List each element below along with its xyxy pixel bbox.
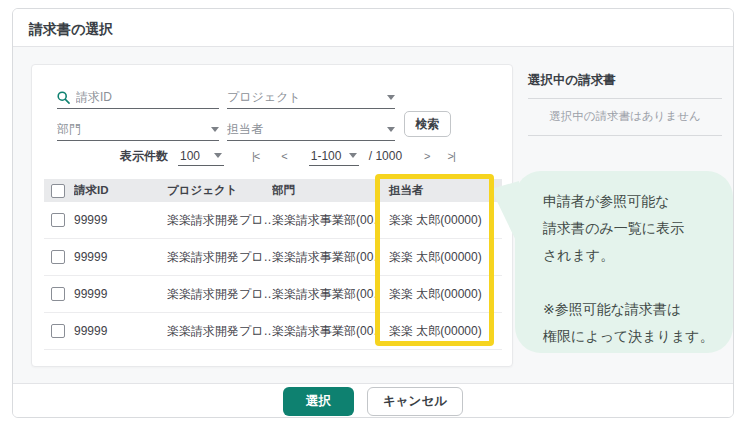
search-button[interactable]: 検索 — [404, 111, 451, 137]
selected-invoices-empty-message: 選択中の請求書はありません — [528, 99, 722, 135]
table-row[interactable]: 99999 楽楽請求開発プロ… 楽楽請求事業部(00… 楽楽 太郎(00000) — [44, 239, 502, 276]
cell-department: 楽楽請求事業部(00… — [272, 323, 377, 340]
cancel-button[interactable]: キャンセル — [367, 387, 463, 416]
cell-invoice-id: 99999 — [74, 250, 167, 264]
project-placeholder: プロジェクト — [227, 89, 387, 106]
person-placeholder: 担当者 — [227, 121, 387, 138]
cell-person: 楽楽 太郎(00000) — [377, 249, 502, 266]
divider — [528, 135, 722, 136]
table-row[interactable]: 99999 楽楽請求開発プロ… 楽楽請求事業部(00… 楽楽 太郎(00000) — [44, 202, 502, 239]
cell-project: 楽楽請求開発プロ… — [167, 286, 272, 303]
chevron-down-icon — [387, 127, 395, 132]
invoice-id-placeholder: 請求ID — [76, 89, 219, 106]
page-size-label: 表示件数 — [120, 148, 168, 165]
column-header-project: プロジェクト — [167, 183, 272, 198]
cell-invoice-id: 99999 — [74, 213, 167, 227]
table-row[interactable]: 99999 楽楽請求開発プロ… 楽楽請求事業部(00… 楽楽 太郎(00000) — [44, 276, 502, 313]
column-header-invoice-id: 請求ID — [74, 183, 167, 198]
chevron-down-icon — [349, 153, 357, 158]
cell-project: 楽楽請求開発プロ… — [167, 212, 272, 229]
chevron-down-icon — [387, 95, 395, 100]
last-page-button[interactable]: >| — [448, 150, 455, 162]
department-placeholder: 部門 — [57, 121, 211, 138]
column-header-person: 担当者 — [377, 183, 502, 198]
next-page-button[interactable]: > — [424, 150, 429, 162]
page-title: 請求書の選択 — [29, 21, 113, 37]
dialog-footer: 選択 キャンセル — [13, 383, 733, 418]
invoice-table: 請求ID プロジェクト 部門 担当者 99999 楽楽請求開発プロ… 楽楽請求事… — [44, 179, 502, 350]
search-icon — [57, 91, 70, 104]
cell-department: 楽楽請求事業部(00… — [272, 286, 377, 303]
callout-bubble: 申請者が参照可能な 請求書のみ一覧に表示 されます。 ※参照可能な請求書は 権限… — [515, 171, 733, 353]
total-count-label: / 1000 — [369, 149, 402, 163]
invoice-select-dialog: 請求書の選択 請求ID プロジェクト 部門 担当者 — [12, 8, 734, 418]
person-select[interactable]: 担当者 — [227, 118, 395, 141]
row-checkbox[interactable] — [51, 250, 65, 264]
page-size-value: 100 — [180, 149, 200, 163]
row-checkbox[interactable] — [51, 324, 65, 338]
cell-invoice-id: 99999 — [74, 287, 167, 301]
project-select[interactable]: プロジェクト — [227, 86, 395, 109]
department-select[interactable]: 部門 — [57, 118, 219, 141]
column-header-department: 部門 — [272, 183, 377, 198]
prev-page-button[interactable]: < — [281, 150, 286, 162]
first-page-button[interactable]: |< — [252, 150, 259, 162]
table-row[interactable]: 99999 楽楽請求開発プロ… 楽楽請求事業部(00… 楽楽 太郎(00000) — [44, 313, 502, 350]
chevron-down-icon — [214, 153, 222, 158]
cell-project: 楽楽請求開発プロ… — [167, 323, 272, 340]
row-checkbox[interactable] — [51, 213, 65, 227]
cell-invoice-id: 99999 — [74, 324, 167, 338]
table-header-row: 請求ID プロジェクト 部門 担当者 — [44, 179, 502, 202]
cell-person: 楽楽 太郎(00000) — [377, 286, 502, 303]
invoice-id-input[interactable]: 請求ID — [57, 86, 219, 109]
row-checkbox[interactable] — [51, 287, 65, 301]
cell-department: 楽楽請求事業部(00… — [272, 249, 377, 266]
cell-project: 楽楽請求開発プロ… — [167, 249, 272, 266]
select-all-checkbox[interactable] — [51, 184, 65, 198]
dialog-header: 請求書の選択 — [13, 9, 733, 47]
cell-department: 楽楽請求事業部(00… — [272, 212, 377, 229]
callout-text: 申請者が参照可能な 請求書のみ一覧に表示 されます。 — [543, 188, 719, 269]
dialog-body: 請求ID プロジェクト 部門 担当者 検索 表示件数 100 — [13, 47, 733, 383]
cell-person: 楽楽 太郎(00000) — [377, 323, 502, 340]
page-size-select[interactable]: 100 — [178, 146, 224, 166]
page-range-value: 1-100 — [311, 149, 342, 163]
page-range-select[interactable]: 1-100 — [309, 146, 359, 166]
selected-invoices-panel: 選択中の請求書 選択中の請求書はありません — [528, 72, 722, 136]
selected-invoices-title: 選択中の請求書 — [528, 72, 722, 89]
cell-person: 楽楽 太郎(00000) — [377, 212, 502, 229]
select-button[interactable]: 選択 — [283, 387, 354, 416]
search-results-panel: 請求ID プロジェクト 部門 担当者 検索 表示件数 100 — [31, 64, 513, 367]
callout-note: ※参照可能な請求書は 権限によって決まります。 — [543, 296, 719, 350]
pagination-bar: 表示件数 100 |< < 1-100 / 1000 > >| — [120, 145, 455, 167]
chevron-down-icon — [211, 127, 219, 132]
